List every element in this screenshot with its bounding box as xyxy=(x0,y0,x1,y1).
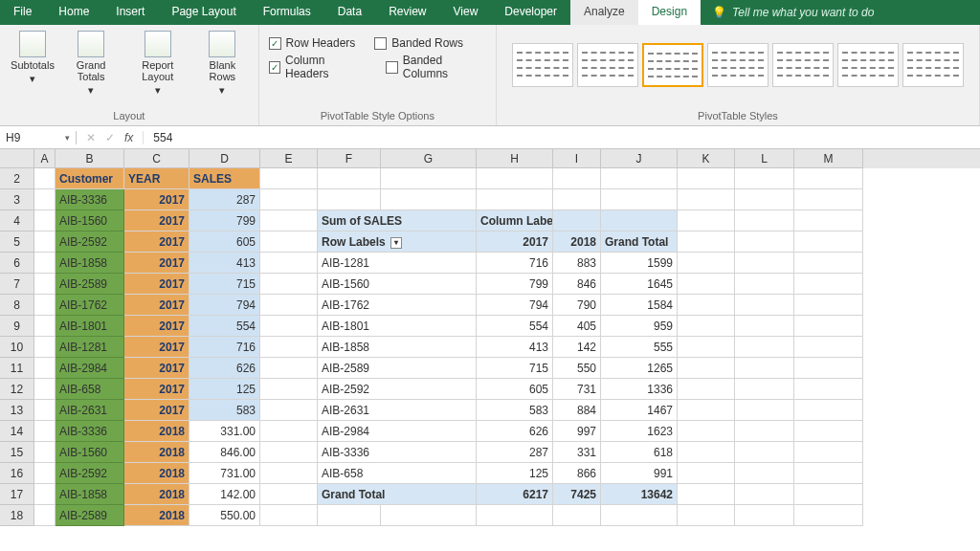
cell[interactable] xyxy=(260,400,318,421)
formula-input[interactable]: 554 xyxy=(144,131,172,144)
enter-icon[interactable]: ✓ xyxy=(105,131,115,144)
tab-file[interactable]: File xyxy=(0,0,45,25)
cell[interactable]: 2017 xyxy=(124,253,189,274)
cell[interactable] xyxy=(735,442,794,463)
cell[interactable]: 794 xyxy=(477,295,553,316)
cell[interactable] xyxy=(34,484,56,505)
cell[interactable]: 142 xyxy=(553,337,601,358)
cell[interactable]: 550 xyxy=(553,358,601,379)
cell[interactable]: AIB-2984 xyxy=(318,421,477,442)
cell[interactable]: AIB-2631 xyxy=(56,400,124,421)
cell[interactable] xyxy=(601,189,678,210)
cell[interactable] xyxy=(260,463,318,484)
cell[interactable]: AIB-1801 xyxy=(56,316,124,337)
subtotals-button[interactable]: Subtotals▾ xyxy=(10,29,56,101)
cells-area[interactable]: CustomerYEARSALESAIB-33362017287AIB-1560… xyxy=(34,168,863,526)
cell[interactable]: AIB-3336 xyxy=(56,421,124,442)
cell[interactable]: 1623 xyxy=(601,421,678,442)
tab-analyze[interactable]: Analyze xyxy=(570,0,638,25)
cell[interactable] xyxy=(34,189,56,210)
cell[interactable]: 550.00 xyxy=(189,505,260,526)
cell[interactable]: 2017 xyxy=(124,189,189,210)
tab-page-layout[interactable]: Page Layout xyxy=(158,0,249,25)
cell[interactable] xyxy=(260,295,318,316)
cell[interactable]: AIB-658 xyxy=(56,379,124,400)
filter-dropdown-icon[interactable]: ▾ xyxy=(390,237,402,249)
cell[interactable] xyxy=(735,231,794,253)
cell[interactable]: AIB-2589 xyxy=(56,274,124,295)
cell[interactable] xyxy=(477,168,553,189)
cell[interactable] xyxy=(735,505,794,526)
cell[interactable] xyxy=(678,189,735,210)
cell[interactable]: 715 xyxy=(189,274,260,295)
cell[interactable]: AIB-2592 xyxy=(318,379,477,400)
cell[interactable]: AIB-3336 xyxy=(56,189,124,210)
cell[interactable]: AIB-1858 xyxy=(56,484,124,505)
cell[interactable]: 716 xyxy=(189,337,260,358)
cell[interactable]: 2018 xyxy=(124,463,189,484)
cell[interactable] xyxy=(678,358,735,379)
tell-me-search[interactable]: 💡 Tell me what you want to do xyxy=(701,0,874,25)
cell[interactable] xyxy=(678,463,735,484)
cell[interactable]: 2018 xyxy=(124,484,189,505)
cell[interactable] xyxy=(34,379,56,400)
cell[interactable]: AIB-1281 xyxy=(318,253,477,274)
cell[interactable] xyxy=(794,295,863,316)
cell[interactable]: 1645 xyxy=(601,274,678,295)
cell[interactable] xyxy=(794,421,863,442)
cell[interactable]: 605 xyxy=(477,379,553,400)
cell[interactable] xyxy=(318,168,381,189)
report-layout-button[interactable]: Report Layout▾ xyxy=(126,29,189,101)
blank-rows-button[interactable]: Blank Rows▾ xyxy=(196,29,248,101)
cell[interactable] xyxy=(794,274,863,295)
cell[interactable] xyxy=(678,210,735,231)
cell[interactable]: 2017 xyxy=(124,379,189,400)
cell[interactable]: 6217 xyxy=(477,484,553,505)
cell[interactable]: 125 xyxy=(189,379,260,400)
cell[interactable] xyxy=(735,358,794,379)
column-header[interactable]: F xyxy=(318,149,381,168)
cell[interactable]: AIB-2592 xyxy=(56,231,124,253)
cell[interactable] xyxy=(794,231,863,253)
cell[interactable]: AIB-658 xyxy=(318,463,477,484)
cell[interactable] xyxy=(735,316,794,337)
cell[interactable]: 331.00 xyxy=(189,421,260,442)
cell[interactable] xyxy=(381,168,477,189)
styles-gallery[interactable] xyxy=(506,29,969,101)
cell[interactable] xyxy=(260,337,318,358)
column-header[interactable]: J xyxy=(601,149,678,168)
cell[interactable]: 13642 xyxy=(601,484,678,505)
cell[interactable]: AIB-1858 xyxy=(56,253,124,274)
cell[interactable] xyxy=(477,505,553,526)
cell[interactable] xyxy=(735,168,794,189)
row-header[interactable]: 9 xyxy=(0,316,34,337)
cell[interactable]: 715 xyxy=(477,358,553,379)
cell[interactable] xyxy=(794,337,863,358)
cell[interactable] xyxy=(34,505,56,526)
cell[interactable] xyxy=(678,379,735,400)
cell[interactable]: Grand Total xyxy=(601,231,678,253)
cell[interactable]: 2017 xyxy=(124,231,189,253)
cell[interactable] xyxy=(735,189,794,210)
cell[interactable]: 884 xyxy=(553,400,601,421)
grand-totals-button[interactable]: Grand Totals▾ xyxy=(63,29,119,101)
cell[interactable] xyxy=(678,231,735,253)
cell[interactable] xyxy=(260,442,318,463)
cell[interactable] xyxy=(794,400,863,421)
cell[interactable]: 2017 xyxy=(124,210,189,231)
cell[interactable]: 1336 xyxy=(601,379,678,400)
cell[interactable] xyxy=(34,210,56,231)
cell[interactable] xyxy=(794,189,863,210)
cell[interactable] xyxy=(260,421,318,442)
cell[interactable]: 626 xyxy=(477,421,553,442)
cell[interactable]: 997 xyxy=(553,421,601,442)
cell[interactable] xyxy=(34,274,56,295)
cell[interactable]: 2017 xyxy=(477,231,553,253)
column-header[interactable]: H xyxy=(477,149,553,168)
cell[interactable]: AIB-1801 xyxy=(318,316,477,337)
cell[interactable]: AIB-2631 xyxy=(318,400,477,421)
tab-formulas[interactable]: Formulas xyxy=(250,0,324,25)
cell[interactable] xyxy=(381,189,477,210)
cell[interactable] xyxy=(318,189,381,210)
tab-view[interactable]: View xyxy=(440,0,492,25)
